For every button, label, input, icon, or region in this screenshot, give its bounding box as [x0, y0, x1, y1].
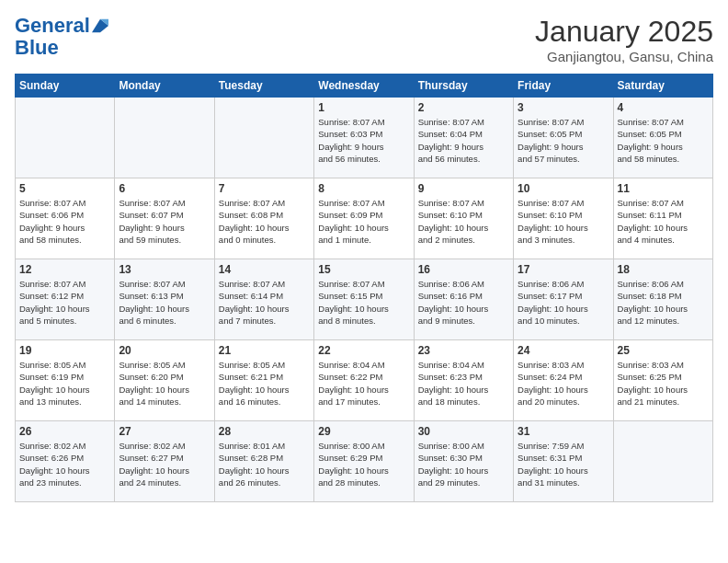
day-info: Sunrise: 8:05 AM Sunset: 6:20 PM Dayligh… [119, 359, 210, 408]
day-cell: 21Sunrise: 8:05 AM Sunset: 6:21 PM Dayli… [214, 340, 313, 421]
day-info: Sunrise: 8:07 AM Sunset: 6:10 PM Dayligh… [518, 197, 609, 246]
day-cell: 25Sunrise: 8:03 AM Sunset: 6:25 PM Dayli… [613, 340, 712, 421]
day-info: Sunrise: 8:07 AM Sunset: 6:07 PM Dayligh… [119, 197, 210, 246]
day-info: Sunrise: 8:05 AM Sunset: 6:19 PM Dayligh… [19, 359, 110, 408]
day-info: Sunrise: 7:59 AM Sunset: 6:31 PM Dayligh… [518, 440, 609, 488]
day-number: 19 [19, 344, 110, 357]
day-cell: 26Sunrise: 8:02 AM Sunset: 6:26 PM Dayli… [16, 421, 115, 502]
day-cell: 6Sunrise: 8:07 AM Sunset: 6:07 PM Daylig… [115, 178, 214, 259]
day-number: 11 [618, 182, 709, 195]
day-info: Sunrise: 8:07 AM Sunset: 6:11 PM Dayligh… [618, 197, 709, 246]
day-cell: 24Sunrise: 8:03 AM Sunset: 6:24 PM Dayli… [514, 340, 613, 421]
day-info: Sunrise: 8:07 AM Sunset: 6:15 PM Dayligh… [318, 278, 409, 327]
week-row: 26Sunrise: 8:02 AM Sunset: 6:26 PM Dayli… [16, 421, 713, 502]
day-info: Sunrise: 8:07 AM Sunset: 6:13 PM Dayligh… [119, 278, 210, 327]
day-cell: 17Sunrise: 8:06 AM Sunset: 6:17 PM Dayli… [514, 259, 613, 340]
day-cell: 11Sunrise: 8:07 AM Sunset: 6:11 PM Dayli… [613, 178, 712, 259]
day-number: 14 [219, 263, 310, 276]
day-info: Sunrise: 8:02 AM Sunset: 6:27 PM Dayligh… [119, 440, 210, 488]
day-info: Sunrise: 8:01 AM Sunset: 6:28 PM Dayligh… [219, 440, 310, 488]
day-cell: 7Sunrise: 8:07 AM Sunset: 6:08 PM Daylig… [214, 178, 313, 259]
day-info: Sunrise: 8:06 AM Sunset: 6:17 PM Dayligh… [518, 278, 609, 327]
day-info: Sunrise: 8:05 AM Sunset: 6:21 PM Dayligh… [219, 359, 310, 408]
day-number: 20 [119, 344, 210, 357]
day-number: 31 [518, 425, 609, 438]
day-number: 6 [119, 182, 210, 195]
day-number: 17 [518, 263, 609, 276]
day-cell: 3Sunrise: 8:07 AM Sunset: 6:05 PM Daylig… [514, 98, 613, 178]
week-row: 1Sunrise: 8:07 AM Sunset: 6:03 PM Daylig… [16, 98, 713, 178]
day-info: Sunrise: 8:07 AM Sunset: 6:12 PM Dayligh… [19, 278, 110, 327]
day-info: Sunrise: 8:00 AM Sunset: 6:29 PM Dayligh… [318, 440, 409, 488]
title-block: January 2025 Ganjiangtou, Gansu, China [535, 15, 713, 64]
weekday-header: Tuesday [214, 75, 313, 98]
day-number: 25 [618, 344, 709, 357]
day-number: 4 [618, 101, 709, 114]
day-info: Sunrise: 8:07 AM Sunset: 6:09 PM Dayligh… [318, 197, 409, 246]
day-number: 10 [518, 182, 609, 195]
day-cell: 28Sunrise: 8:01 AM Sunset: 6:28 PM Dayli… [214, 421, 313, 502]
day-cell: 22Sunrise: 8:04 AM Sunset: 6:22 PM Dayli… [314, 340, 414, 421]
day-number: 12 [19, 263, 110, 276]
day-cell: 2Sunrise: 8:07 AM Sunset: 6:04 PM Daylig… [414, 98, 513, 178]
day-number: 9 [418, 182, 509, 195]
week-row: 12Sunrise: 8:07 AM Sunset: 6:12 PM Dayli… [16, 259, 713, 340]
day-number: 30 [418, 425, 509, 438]
day-cell: 12Sunrise: 8:07 AM Sunset: 6:12 PM Dayli… [16, 259, 115, 340]
day-number: 22 [318, 344, 409, 357]
day-cell: 16Sunrise: 8:06 AM Sunset: 6:16 PM Dayli… [414, 259, 513, 340]
day-cell: 15Sunrise: 8:07 AM Sunset: 6:15 PM Dayli… [314, 259, 414, 340]
day-number: 28 [219, 425, 310, 438]
day-cell: 5Sunrise: 8:07 AM Sunset: 6:06 PM Daylig… [16, 178, 115, 259]
day-number: 27 [119, 425, 210, 438]
weekday-header: Thursday [414, 75, 513, 98]
day-cell: 30Sunrise: 8:00 AM Sunset: 6:30 PM Dayli… [414, 421, 513, 502]
day-info: Sunrise: 8:07 AM Sunset: 6:08 PM Dayligh… [219, 197, 310, 246]
day-info: Sunrise: 8:07 AM Sunset: 6:06 PM Dayligh… [19, 197, 110, 246]
day-cell [115, 98, 214, 178]
logo: General Blue [15, 15, 108, 59]
day-cell [613, 421, 712, 502]
day-cell: 19Sunrise: 8:05 AM Sunset: 6:19 PM Dayli… [16, 340, 115, 421]
day-info: Sunrise: 8:06 AM Sunset: 6:18 PM Dayligh… [618, 278, 709, 327]
day-number: 8 [318, 182, 409, 195]
day-number: 26 [19, 425, 110, 438]
day-number: 5 [19, 182, 110, 195]
day-number: 16 [418, 263, 509, 276]
weekday-header: Saturday [613, 75, 712, 98]
calendar-subtitle: Ganjiangtou, Gansu, China [535, 49, 713, 64]
day-info: Sunrise: 8:03 AM Sunset: 6:25 PM Dayligh… [618, 359, 709, 408]
day-info: Sunrise: 8:07 AM Sunset: 6:05 PM Dayligh… [518, 116, 609, 165]
day-info: Sunrise: 8:02 AM Sunset: 6:26 PM Dayligh… [19, 440, 110, 488]
day-cell: 10Sunrise: 8:07 AM Sunset: 6:10 PM Dayli… [514, 178, 613, 259]
day-cell: 31Sunrise: 7:59 AM Sunset: 6:31 PM Dayli… [514, 421, 613, 502]
day-cell [214, 98, 313, 178]
weekday-header: Friday [514, 75, 613, 98]
day-cell: 8Sunrise: 8:07 AM Sunset: 6:09 PM Daylig… [314, 178, 414, 259]
day-info: Sunrise: 8:07 AM Sunset: 6:04 PM Dayligh… [418, 116, 509, 165]
day-cell: 29Sunrise: 8:00 AM Sunset: 6:29 PM Dayli… [314, 421, 414, 502]
day-info: Sunrise: 8:04 AM Sunset: 6:22 PM Dayligh… [318, 359, 409, 408]
day-info: Sunrise: 8:07 AM Sunset: 6:14 PM Dayligh… [219, 278, 310, 327]
day-number: 7 [219, 182, 310, 195]
day-number: 29 [318, 425, 409, 438]
day-cell: 20Sunrise: 8:05 AM Sunset: 6:20 PM Dayli… [115, 340, 214, 421]
day-number: 23 [418, 344, 509, 357]
weekday-header: Wednesday [314, 75, 414, 98]
day-number: 15 [318, 263, 409, 276]
logo-icon [92, 17, 108, 34]
day-info: Sunrise: 8:07 AM Sunset: 6:05 PM Dayligh… [618, 116, 709, 165]
day-info: Sunrise: 8:07 AM Sunset: 6:10 PM Dayligh… [418, 197, 509, 246]
week-row: 19Sunrise: 8:05 AM Sunset: 6:19 PM Dayli… [16, 340, 713, 421]
day-cell [16, 98, 115, 178]
day-cell: 14Sunrise: 8:07 AM Sunset: 6:14 PM Dayli… [214, 259, 313, 340]
day-cell: 13Sunrise: 8:07 AM Sunset: 6:13 PM Dayli… [115, 259, 214, 340]
day-info: Sunrise: 8:03 AM Sunset: 6:24 PM Dayligh… [518, 359, 609, 408]
day-info: Sunrise: 8:04 AM Sunset: 6:23 PM Dayligh… [418, 359, 509, 408]
day-cell: 23Sunrise: 8:04 AM Sunset: 6:23 PM Dayli… [414, 340, 513, 421]
day-number: 2 [418, 101, 509, 114]
day-info: Sunrise: 8:07 AM Sunset: 6:03 PM Dayligh… [318, 116, 409, 165]
day-number: 21 [219, 344, 310, 357]
day-info: Sunrise: 8:06 AM Sunset: 6:16 PM Dayligh… [418, 278, 509, 327]
weekday-header: Sunday [16, 75, 115, 98]
